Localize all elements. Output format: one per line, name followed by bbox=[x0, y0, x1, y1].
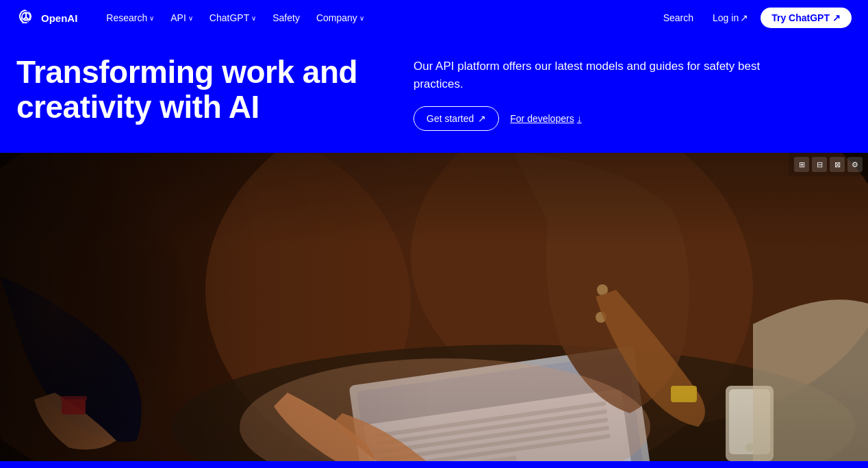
svg-rect-21 bbox=[729, 389, 770, 454]
svg-rect-6 bbox=[349, 346, 661, 461]
hero-right: Our API platform offers our latest model… bbox=[413, 55, 852, 131]
chevron-down-icon: ∨ bbox=[251, 14, 256, 22]
svg-rect-14 bbox=[381, 456, 517, 461]
arrow-icon: ↗ bbox=[832, 12, 841, 23]
svg-rect-16 bbox=[60, 396, 87, 400]
hero-description: Our API platform offers our latest model… bbox=[413, 58, 797, 93]
hero-left: Transforming work and creativity with AI bbox=[16, 55, 372, 124]
svg-rect-12 bbox=[379, 426, 610, 461]
for-developers-button[interactable]: For developers ↓ bbox=[510, 113, 581, 124]
svg-rect-8 bbox=[363, 389, 638, 461]
svg-point-4 bbox=[411, 153, 868, 427]
svg-point-22 bbox=[745, 443, 754, 452]
nav-item-research[interactable]: Research ∨ bbox=[99, 8, 161, 27]
hero-image-section: ⊞ ⊟ ⊠ ⚙ bbox=[0, 153, 868, 461]
nav-item-safety[interactable]: Safety bbox=[266, 8, 307, 27]
svg-point-3 bbox=[205, 153, 753, 461]
svg-point-2 bbox=[0, 153, 411, 461]
svg-point-5 bbox=[171, 345, 856, 461]
svg-rect-1 bbox=[0, 153, 868, 461]
svg-rect-10 bbox=[376, 410, 607, 446]
external-link-icon: ↗ bbox=[740, 12, 748, 23]
hero-image-svg bbox=[0, 153, 868, 461]
svg-rect-19 bbox=[671, 386, 697, 402]
hero-buttons: Get started ↗ For developers ↓ bbox=[413, 106, 852, 131]
nav-item-company[interactable]: Company ∨ bbox=[309, 8, 371, 27]
nav-item-api[interactable]: API ∨ bbox=[164, 8, 200, 27]
nav-links: Research ∨ API ∨ ChatGPT ∨ Safety Compan… bbox=[99, 8, 656, 27]
svg-point-24 bbox=[240, 358, 650, 461]
image-toolbar: ⊞ ⊟ ⊠ ⚙ bbox=[789, 153, 868, 176]
logo[interactable]: OpenAI bbox=[16, 8, 77, 27]
toolbar-settings-button[interactable]: ⚙ bbox=[847, 157, 863, 172]
get-started-button[interactable]: Get started ↗ bbox=[413, 106, 499, 131]
toolbar-button-1[interactable]: ⊞ bbox=[794, 157, 809, 172]
nav-item-chatgpt[interactable]: ChatGPT ∨ bbox=[203, 8, 263, 27]
svg-rect-20 bbox=[726, 386, 774, 461]
hero-image bbox=[0, 153, 868, 461]
chevron-down-icon: ∨ bbox=[188, 14, 193, 22]
toolbar-button-3[interactable]: ⊠ bbox=[830, 157, 845, 172]
hero-section: Transforming work and creativity with AI… bbox=[0, 36, 868, 153]
logo-text: OpenAI bbox=[41, 12, 77, 24]
svg-rect-23 bbox=[0, 153, 274, 461]
chevron-down-icon: ∨ bbox=[359, 14, 364, 22]
svg-point-18 bbox=[596, 312, 607, 323]
arrow-down-icon: ↓ bbox=[577, 113, 582, 124]
main-nav: OpenAI Research ∨ API ∨ ChatGPT ∨ Safety… bbox=[0, 0, 868, 36]
try-chatgpt-button[interactable]: Try ChatGPT ↗ bbox=[761, 8, 852, 28]
openai-logo-icon bbox=[16, 8, 36, 27]
svg-point-17 bbox=[597, 284, 608, 295]
toolbar-button-2[interactable]: ⊟ bbox=[812, 157, 827, 172]
hero-title: Transforming work and creativity with AI bbox=[16, 55, 372, 124]
nav-right: Search Log in ↗ Try ChatGPT ↗ bbox=[656, 8, 852, 28]
chevron-down-icon: ∨ bbox=[149, 14, 154, 22]
svg-rect-9 bbox=[375, 402, 607, 438]
svg-rect-13 bbox=[379, 434, 611, 461]
svg-rect-15 bbox=[62, 399, 86, 415]
svg-rect-7 bbox=[357, 354, 652, 461]
arrow-icon: ↗ bbox=[478, 113, 486, 124]
search-button[interactable]: Search bbox=[656, 8, 700, 27]
svg-rect-11 bbox=[377, 417, 609, 454]
login-button[interactable]: Log in ↗ bbox=[706, 8, 755, 27]
